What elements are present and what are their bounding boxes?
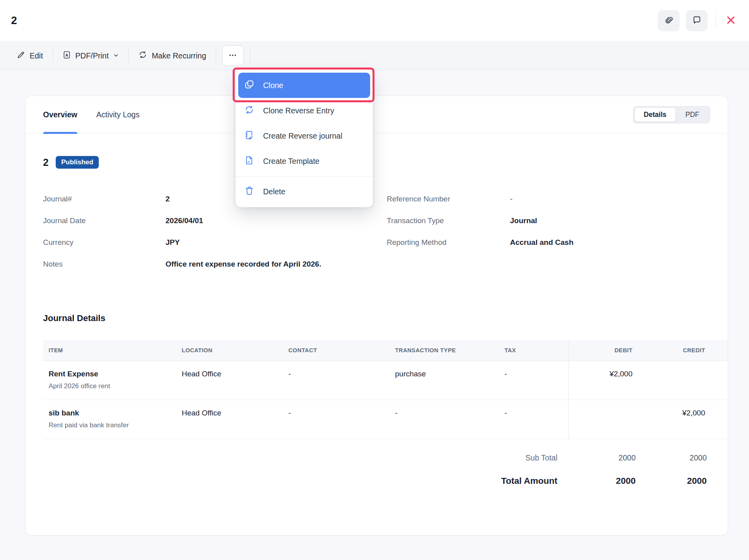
ellipsis-icon	[228, 51, 237, 61]
field-value: 2	[166, 194, 170, 204]
item-description: Rent paid via bank transfer	[49, 421, 172, 429]
comment-icon	[692, 15, 702, 26]
pdf-file-icon	[62, 51, 71, 61]
menu-item-clone[interactable]: Clone	[238, 73, 370, 98]
column-header-item: ITEM	[43, 340, 176, 361]
column-header-transaction-type: TRANSACTION TYPE	[390, 340, 499, 361]
tabs-row: Overview Activity Logs Details PDF	[26, 96, 728, 133]
field-label: Journal#	[43, 194, 166, 204]
menu-item-label: Delete	[263, 187, 285, 196]
entry-title-row: 2 Published	[43, 156, 710, 169]
pdf-print-label: PDF/Print	[75, 51, 109, 60]
sub-total-label: Sub Total	[43, 453, 568, 462]
field-label: Reference Number	[387, 194, 510, 204]
table-body: Rent Expense April 2026 office rent Head…	[43, 361, 728, 439]
table-row: Rent Expense April 2026 office rent Head…	[43, 361, 728, 400]
toggle-details[interactable]: Details	[634, 107, 676, 122]
cell-item: sib bank Rent paid via bank transfer	[43, 400, 176, 439]
header: 2	[0, 0, 749, 41]
field-journal-date: Journal Date 2026/04/01	[43, 216, 387, 226]
cell-contact: -	[283, 400, 390, 439]
divider	[250, 49, 250, 63]
item-name: sib bank	[49, 409, 172, 417]
tab-overview-label: Overview	[43, 110, 77, 119]
field-transaction-type: Transaction Type Journal	[387, 216, 710, 226]
menu-item-delete[interactable]: Delete	[238, 179, 370, 204]
column-header-contact: CONTACT	[283, 340, 390, 361]
item-description: April 2026 office rent	[49, 382, 172, 390]
tab-activity-logs[interactable]: Activity Logs	[96, 96, 139, 133]
field-value: Accrual and Cash	[510, 237, 574, 248]
make-recurring-label: Make Recurring	[152, 51, 206, 60]
document-icon	[244, 155, 254, 167]
total-amount-debit: 2000	[568, 476, 636, 486]
close-button[interactable]	[724, 13, 738, 28]
cell-item: Rent Expense April 2026 office rent	[43, 361, 176, 400]
menu-item-label: Create Template	[263, 157, 320, 166]
more-button[interactable]	[222, 45, 244, 66]
attachments-button[interactable]	[658, 10, 679, 31]
cell-transaction-type: purchase	[390, 361, 499, 400]
item-name: Rent Expense	[49, 370, 172, 378]
tab-activity-logs-label: Activity Logs	[96, 110, 139, 119]
column-header-location: LOCATION	[176, 340, 283, 361]
column-header-tax: TAX	[499, 340, 568, 361]
sub-total-debit: 2000	[568, 453, 636, 462]
divider	[216, 49, 216, 63]
close-icon	[725, 15, 736, 27]
column-header-credit: CREDIT	[636, 340, 728, 361]
column-header-debit: DEBIT	[568, 340, 636, 361]
pencil-icon	[17, 51, 25, 61]
menu-item-label: Create Reverse journal	[263, 132, 343, 141]
menu-item-clone-reverse-entry[interactable]: Clone Reverse Entry	[238, 98, 370, 123]
journal-details-heading: Journal Details	[43, 313, 710, 323]
field-reporting-method: Reporting Method Accrual and Cash	[387, 237, 710, 248]
cell-location: Head Office	[176, 361, 283, 400]
journal-details-table: ITEM LOCATION CONTACT TRANSACTION TYPE T…	[43, 340, 728, 439]
toggle-pdf[interactable]: PDF	[676, 107, 709, 122]
menu-item-create-reverse-journal[interactable]: Create Reverse journal	[238, 123, 370, 148]
status-badge: Published	[56, 156, 99, 169]
fields-right-column: Reference Number - Transaction Type Jour…	[387, 194, 710, 281]
view-toggle: Details PDF	[633, 106, 710, 124]
toolbar: Edit PDF/Print Make Recurring	[0, 41, 749, 70]
total-amount-label: Total Amount	[43, 476, 568, 486]
menu-item-label: Clone Reverse Entry	[263, 106, 334, 115]
table-row: sib bank Rent paid via bank transfer Hea…	[43, 400, 728, 439]
cell-credit: ¥2,000	[636, 400, 728, 439]
trash-icon	[244, 186, 254, 198]
cell-debit: ¥2,000	[568, 361, 636, 400]
page: 2 Edit	[0, 0, 749, 560]
make-recurring-button[interactable]: Make Recurring	[129, 46, 216, 65]
field-label: Currency	[43, 237, 166, 248]
tab-overview[interactable]: Overview	[43, 96, 77, 133]
cell-tax: -	[499, 400, 568, 439]
field-value: JPY	[166, 237, 180, 248]
table-header-row: ITEM LOCATION CONTACT TRANSACTION TYPE T…	[43, 340, 728, 361]
more-actions-menu: Clone Clone Reverse Entry Create Reverse…	[235, 70, 373, 207]
field-value: Journal	[510, 216, 537, 226]
totals-section: Sub Total 2000 2000 Total Amount 2000 20…	[43, 453, 728, 486]
menu-item-label: Clone	[263, 81, 283, 90]
total-amount-credit: 2000	[636, 476, 728, 486]
field-label: Notes	[43, 259, 166, 269]
field-value: 2026/04/01	[166, 216, 203, 226]
edit-label: Edit	[30, 51, 43, 60]
cell-tax: -	[499, 361, 568, 400]
field-label: Reporting Method	[387, 237, 510, 248]
detail-card: Overview Activity Logs Details PDF 2 Pub…	[25, 96, 728, 536]
paperclip-icon	[664, 15, 674, 26]
pdf-print-button[interactable]: PDF/Print	[53, 46, 129, 65]
copy-icon	[244, 79, 254, 92]
field-label: Transaction Type	[387, 216, 510, 226]
cell-contact: -	[283, 361, 390, 400]
field-reference-number: Reference Number -	[387, 194, 710, 204]
edit-button[interactable]: Edit	[7, 46, 53, 65]
menu-item-create-template[interactable]: Create Template	[238, 148, 370, 174]
page-title: 2	[11, 15, 17, 27]
divider	[715, 14, 716, 28]
comments-button[interactable]	[686, 10, 708, 31]
entry-number: 2	[43, 157, 49, 168]
total-amount-row: Total Amount 2000 2000	[43, 476, 728, 486]
field-notes: Notes Office rent expense recorded for A…	[43, 259, 387, 269]
